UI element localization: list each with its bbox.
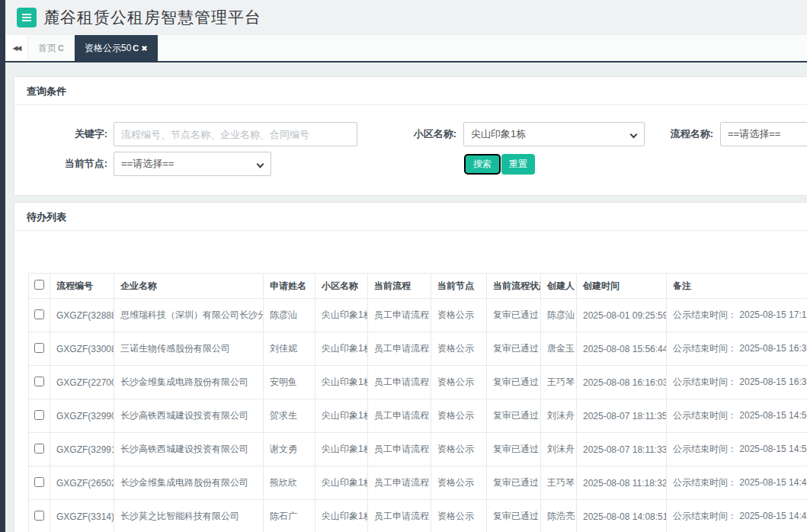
col-header: 企业名称: [114, 274, 264, 299]
current-node-label: 当前节点:: [15, 152, 107, 176]
table-cell: 复审已通过: [487, 366, 541, 399]
app-header: 麓谷租赁公租房智慧管理平台: [5, 0, 807, 35]
table-row: GXGZF(26502)长沙金维集成电路股份有限公司熊欣欣尖山印象1栋员工申请流…: [29, 466, 807, 500]
row-checkbox[interactable]: [34, 410, 44, 420]
reset-button[interactable]: 重置: [501, 154, 535, 175]
table-cell: 员工申请流程: [368, 366, 431, 399]
table-cell: 王巧琴: [541, 366, 577, 399]
community-label: 小区名称:: [350, 122, 456, 146]
community-select-value: 尖山印象1栋: [471, 127, 526, 141]
col-header: 申请姓名: [264, 274, 315, 299]
table-cell: 长沙金维集成电路股份有限公司: [114, 466, 264, 500]
table-cell: 长沙金维集成电路股份有限公司: [114, 366, 264, 399]
table-cell: 尖山印象1栋: [315, 299, 368, 332]
main-content: 查询条件 关键字: 小区名称: 尖山印象1栋 流程名称: ==请选择== 当前节…: [5, 64, 807, 532]
table-cell: 2025-08-08 16:16:03: [577, 366, 667, 399]
row-checkbox[interactable]: [34, 309, 44, 319]
table-cell: 刘佳妮: [264, 332, 315, 366]
table-cell: 长沙高铁西城建设投资有限公司: [114, 399, 264, 433]
tab-qualification-label: 资格公示50: [85, 42, 131, 55]
col-header: 当前节点: [431, 274, 487, 299]
tab-bar: ◀◀ 首页 C 资格公示50 C ✖: [5, 35, 807, 62]
tab-home-label: 首页: [38, 42, 56, 55]
tabs-collapse-left-icon[interactable]: ◀◀: [5, 35, 28, 61]
app-title: 麓谷租赁公租房智慧管理平台: [43, 7, 261, 28]
tab-home[interactable]: 首页 C: [28, 35, 75, 61]
table-cell: 资格公示: [431, 466, 487, 500]
query-panel: 查询条件 关键字: 小区名称: 尖山印象1栋 流程名称: ==请选择== 当前节…: [14, 76, 807, 196]
table-row: GXGZF(32888)思维瑞科技（深圳）有限公司长沙分公司陈彦汕尖山印象1栋员…: [29, 299, 807, 332]
table-cell: 2025-08-08 14:08:51: [577, 500, 667, 532]
menu-toggle-button[interactable]: [17, 8, 37, 27]
col-header: 当前流程: [368, 274, 431, 299]
keyword-input[interactable]: [114, 122, 357, 146]
table-cell: 尖山印象1栋: [315, 500, 368, 532]
refresh-icon[interactable]: C: [133, 43, 139, 53]
table-row: GXGZF(32990)长沙高铁西城建设投资有限公司贺求生尖山印象1栋员工申请流…: [29, 399, 807, 433]
table-cell: 2025-08-07 18:11:33: [577, 433, 667, 466]
table-cell: 复审已通过: [487, 299, 541, 332]
table-cell: 资格公示: [431, 433, 487, 466]
table-cell: 陈彦汕: [541, 299, 577, 332]
row-checkbox[interactable]: [34, 477, 44, 487]
table-cell: 刘沫舟: [541, 399, 577, 433]
table-cell: 员工申请流程: [368, 332, 431, 366]
tab-qualification-publicity[interactable]: 资格公示50 C ✖: [75, 35, 158, 61]
table-cell: 公示结束时间： 2025-08-15 14:50:01: [667, 433, 807, 466]
table-cell: 长沙莫之比智能科技有限公司: [114, 500, 264, 532]
table-row: GXGZF(32991)长沙高铁西城建设投资有限公司谢文勇尖山印象1栋员工申请流…: [29, 433, 807, 466]
col-header: 创建时间: [577, 274, 667, 299]
table-cell: 资格公示: [431, 366, 487, 399]
table-cell: 资格公示: [431, 332, 487, 366]
table-cell: 思维瑞科技（深圳）有限公司长沙分公司: [114, 299, 264, 332]
table-cell: 复审已通过: [487, 500, 541, 532]
table-cell: 陈石广: [264, 500, 315, 532]
table-cell: 王巧琴: [541, 466, 577, 500]
table-cell: 资格公示: [431, 299, 487, 332]
table-cell: 刘沫舟: [541, 433, 577, 466]
table-cell: 尖山印象1栋: [315, 466, 368, 500]
table-cell: GXGZF(32990): [50, 399, 114, 433]
table-cell: 尖山印象1栋: [315, 433, 368, 466]
hamburger-icon: [22, 17, 31, 18]
row-checkbox[interactable]: [34, 343, 44, 353]
keyword-label: 关键字:: [15, 122, 107, 146]
row-checkbox[interactable]: [34, 377, 44, 386]
select-all-checkbox[interactable]: [34, 280, 44, 290]
row-checkbox[interactable]: [34, 444, 44, 453]
table-cell: 员工申请流程: [368, 399, 431, 433]
refresh-icon[interactable]: C: [58, 43, 64, 53]
search-button[interactable]: 搜索: [464, 154, 501, 175]
close-icon[interactable]: ✖: [141, 44, 147, 53]
table-cell: 资格公示: [431, 500, 487, 532]
table-cell: 三诺生物传感股份有限公司: [114, 332, 264, 366]
table-cell: 公示结束时间： 2025-08-15 14:49:54: [667, 466, 807, 500]
table-row: GXGZF(22700)长沙金维集成电路股份有限公司安明鱼尖山印象1栋员工申请流…: [29, 366, 807, 399]
row-checkbox[interactable]: [34, 511, 44, 521]
table-cell: 复审已通过: [487, 332, 541, 366]
flow-name-select[interactable]: ==请选择==: [720, 122, 807, 146]
todo-panel: 待办列表 流程编号 企业名称 申请姓名 小区名称 当前流程 当前节点 当前流程状…: [14, 202, 807, 532]
table-cell: 贺求生: [264, 399, 315, 433]
table-cell: 公示结束时间： 2025-08-15 14:50:08: [667, 399, 807, 433]
table-cell: GXGZF(26502): [50, 466, 114, 500]
table-cell: 复审已通过: [487, 466, 541, 500]
table-cell: 尖山印象1栋: [315, 332, 368, 366]
flow-select-value: ==请选择==: [728, 127, 780, 141]
table-cell: GXGZF(32888): [50, 299, 114, 332]
table-cell: 公示结束时间： 2025-08-15 16:33:09: [667, 366, 807, 399]
col-header: 小区名称: [315, 274, 368, 299]
table-cell: 员工申请流程: [368, 433, 431, 466]
table-header-row: 流程编号 企业名称 申请姓名 小区名称 当前流程 当前节点 当前流程状态 创建人…: [29, 274, 807, 299]
table-cell: 陈彦汕: [264, 299, 315, 332]
table-cell: 公示结束时间： 2025-08-15 17:15:39: [667, 299, 807, 332]
table-cell: 公示结束时间： 2025-08-15 16:33:17: [667, 332, 807, 366]
table-cell: GXGZF(32991): [50, 433, 114, 466]
col-header: 当前流程状态: [487, 274, 541, 299]
table-cell: 员工申请流程: [368, 500, 431, 532]
current-node-select[interactable]: ==请选择==: [114, 152, 271, 176]
table-cell: 复审已通过: [487, 433, 541, 466]
todo-table: 流程编号 企业名称 申请姓名 小区名称 当前流程 当前节点 当前流程状态 创建人…: [28, 273, 807, 532]
table-cell: 长沙高铁西城建设投资有限公司: [114, 433, 264, 466]
table-cell: 员工申请流程: [368, 466, 431, 500]
